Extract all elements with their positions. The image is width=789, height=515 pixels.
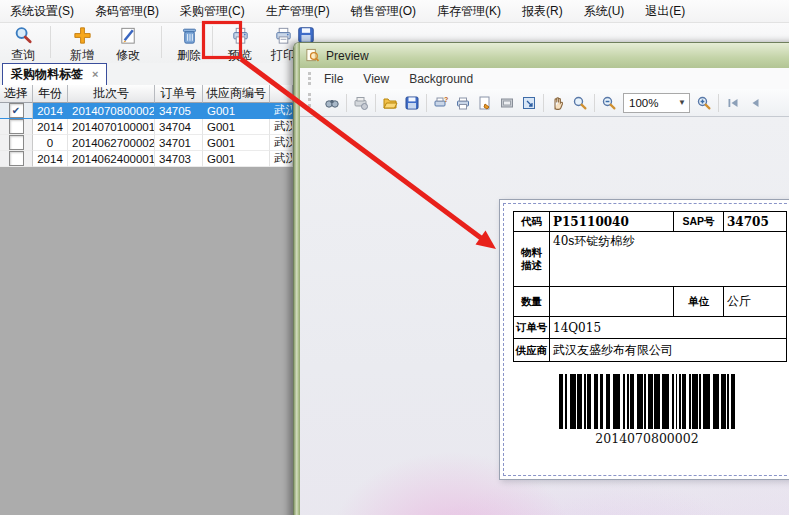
label-sap-value: 34705 (724, 212, 787, 232)
save-icon[interactable] (404, 95, 420, 111)
table-row[interactable]: 2014 2014070100001 34704 G001 武汉 (0, 119, 293, 135)
preview-toolbar: ? (300, 89, 789, 117)
label-supplier-value: 武汉友盛纱布有限公司 (550, 339, 787, 362)
barcode-text: 2014070800002 (528, 431, 766, 446)
first-page-icon[interactable] (725, 95, 741, 111)
export-icon[interactable] (477, 95, 493, 111)
zoom-in-icon[interactable] (696, 95, 712, 111)
preview-canvas: 代码 P15110040 SAP号 34705 物料 描述 40s环锭纺棉纱 数… (300, 117, 789, 515)
toolbar-separator (718, 94, 719, 112)
menu-item-production[interactable]: 生产管理(P) (266, 3, 330, 20)
quick-print-icon[interactable] (455, 95, 471, 111)
screen: 系统设置(S) 条码管理(B) 采购管理(C) 生产管理(P) 销售管理(O) … (0, 0, 789, 515)
grid-empty-area (0, 167, 293, 515)
toolbar-separator (543, 94, 544, 112)
label-unit-caption: 单位 (674, 287, 724, 317)
toolbar-separator (161, 26, 162, 58)
hand-icon[interactable] (550, 95, 566, 111)
tab-purchase-material-label[interactable]: 采购物料标签 × (2, 63, 107, 85)
menu-item-sales[interactable]: 销售管理(O) (351, 3, 416, 20)
main-menubar: 系统设置(S) 条码管理(B) 采购管理(C) 生产管理(P) 销售管理(O) … (0, 0, 789, 23)
label-page: 代码 P15110040 SAP号 34705 物料 描述 40s环锭纺棉纱 数… (499, 199, 789, 480)
zoom-icon[interactable] (572, 95, 588, 111)
edit-button[interactable]: 修改 (107, 23, 149, 64)
preview-window: Preview File View Background (293, 42, 789, 515)
purchase-label-grid: 选择 年份 批次号 订单号 供应商编号 2014 2014070800002 3… (0, 85, 293, 167)
column-header-supplier-name[interactable] (270, 85, 293, 103)
toolbar-separator (594, 94, 595, 112)
preview-menubar: File View Background (300, 68, 789, 89)
menubar-grip[interactable] (308, 72, 311, 85)
row-checkbox-checked[interactable] (9, 103, 24, 118)
search-icon (13, 25, 34, 46)
grid-header-row: 选择 年份 批次号 订单号 供应商编号 (0, 85, 293, 103)
column-header-year[interactable]: 年份 (33, 85, 68, 103)
scale-icon[interactable] (521, 95, 537, 111)
label-unit-value: 公斤 (724, 287, 787, 317)
toolbar-separator (375, 94, 376, 112)
add-icon (72, 25, 93, 46)
query-button[interactable]: 查询 (2, 23, 44, 64)
edit-icon (118, 25, 139, 46)
svg-text:?: ? (444, 96, 448, 103)
print-settings-icon[interactable] (353, 95, 369, 111)
print-preview-icon (230, 25, 251, 46)
row-checkbox[interactable] (9, 135, 24, 150)
find-icon[interactable] (324, 95, 340, 111)
preview-menu-file[interactable]: File (324, 72, 343, 86)
menu-item-system-settings[interactable]: 系统设置(S) (10, 3, 74, 20)
row-checkbox[interactable] (9, 151, 24, 166)
preview-button[interactable]: 预览 (219, 23, 261, 64)
preview-window-icon (305, 48, 320, 63)
label-qty-caption: 数量 (514, 287, 550, 317)
label-qty-value (550, 287, 674, 317)
chevron-down-icon: ▼ (678, 98, 686, 107)
open-icon[interactable] (382, 95, 398, 111)
zoom-out-icon[interactable] (601, 95, 617, 111)
toolbar-separator (346, 94, 347, 112)
menu-item-purchase[interactable]: 采购管理(C) (180, 3, 245, 20)
preview-menu-background[interactable]: Background (409, 72, 473, 86)
table-row[interactable]: 0 2014062700002 34701 G001 武汉 (0, 135, 293, 151)
menu-item-barcode[interactable]: 条码管理(B) (95, 3, 159, 20)
toolbar-separator (50, 26, 51, 58)
previous-page-icon[interactable] (747, 95, 763, 111)
toolbar-separator (426, 94, 427, 112)
printer-icon (273, 25, 294, 46)
tab-strip: 采购物料标签 × (0, 63, 293, 85)
label-code-value: P15110040 (550, 212, 674, 232)
menu-item-reports[interactable]: 报表(R) (522, 3, 563, 20)
preview-titlebar[interactable]: Preview (300, 43, 789, 68)
menu-item-inventory[interactable]: 库存管理(K) (437, 3, 501, 20)
label-desc-caption: 物料 描述 (514, 232, 550, 287)
table-row[interactable]: 2014 2014070800002 34705 G001 武汉 (0, 103, 293, 119)
label-order-value: 14Q015 (550, 317, 787, 339)
label-table: 代码 P15110040 SAP号 34705 物料 描述 40s环锭纺棉纱 数… (513, 211, 787, 362)
menu-item-system[interactable]: 系统(U) (584, 3, 625, 20)
column-header-supplier-code[interactable]: 供应商编号 (203, 85, 270, 103)
column-header-order[interactable]: 订单号 (155, 85, 203, 103)
row-checkbox[interactable] (9, 119, 24, 134)
label-code-caption: 代码 (514, 212, 550, 232)
barcode (528, 374, 766, 429)
label-order-caption: 订单号 (514, 317, 550, 339)
table-row[interactable]: 2014 2014062400001 34703 G001 武汉 (0, 151, 293, 167)
add-button[interactable]: 新增 (61, 23, 103, 64)
preview-menu-view[interactable]: View (363, 72, 389, 86)
label-desc-value: 40s环锭纺棉纱 (550, 232, 787, 287)
column-header-select[interactable]: 选择 (0, 85, 33, 103)
column-header-batch[interactable]: 批次号 (68, 85, 155, 103)
label-sap-caption: SAP号 (674, 212, 724, 232)
zoom-level-select[interactable]: 100% ▼ (623, 93, 690, 113)
menu-item-exit[interactable]: 退出(E) (645, 3, 685, 20)
trash-icon (179, 25, 200, 46)
print-dialog-icon[interactable]: ? (433, 95, 449, 111)
page-setup-icon[interactable] (499, 95, 515, 111)
tab-close-icon[interactable]: × (92, 69, 98, 80)
delete-button[interactable]: 删除 (168, 23, 210, 64)
preview-window-title: Preview (326, 49, 369, 63)
toolbar-separator (212, 26, 213, 58)
label-supplier-caption: 供应商 (514, 339, 550, 362)
toolbar-grip[interactable] (308, 93, 311, 112)
